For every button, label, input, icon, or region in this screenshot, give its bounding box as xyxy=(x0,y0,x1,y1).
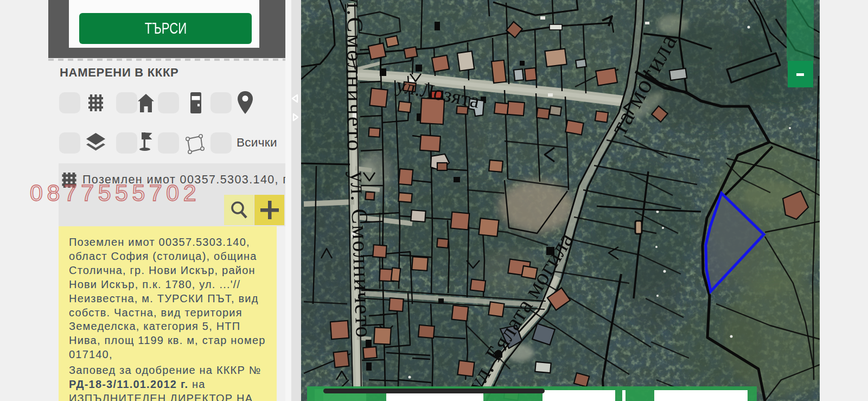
svg-text:ул.Смолничето: ул.Смолничето xyxy=(342,0,367,152)
